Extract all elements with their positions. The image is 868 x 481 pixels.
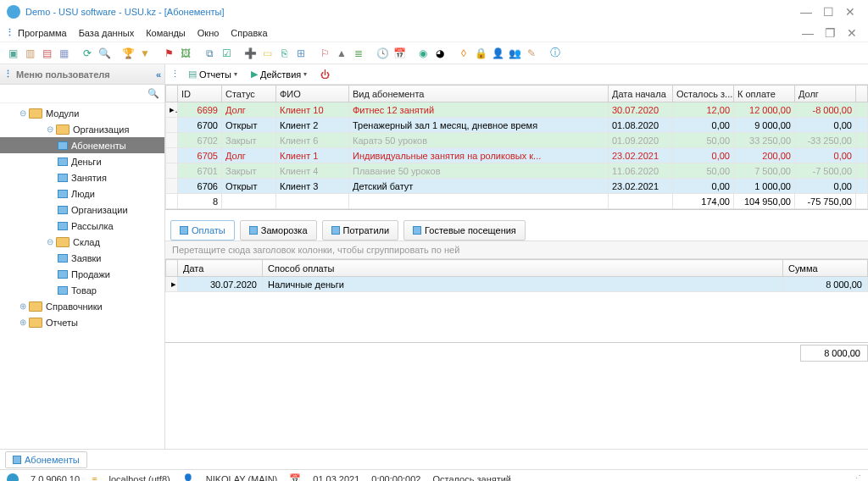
tree-subscriptions[interactable]: Абонементы (0, 137, 164, 153)
toolbar-info-icon[interactable]: ⓘ (548, 46, 563, 61)
doctab-subscriptions[interactable]: Абонементы (5, 451, 87, 468)
ctoolbar-grip-icon: ⋮ (170, 69, 180, 80)
tab-guest[interactable]: Гостевые посещения (403, 220, 526, 240)
status-host: localhost (utf8) (109, 474, 170, 482)
close-button[interactable]: ✕ (839, 4, 861, 19)
status-extra: Осталось занятий (432, 474, 511, 482)
item-icon (58, 190, 68, 198)
menu-database[interactable]: База данных (79, 28, 135, 38)
toolbar-btn-4[interactable]: ▦ (56, 46, 71, 61)
tree-lessons[interactable]: Занятия (0, 169, 164, 185)
tab-icon (180, 226, 188, 235)
toolbar-note-icon[interactable]: ▭ (259, 46, 275, 61)
toolbar-btn-3[interactable]: ▤ (39, 46, 54, 61)
item-icon (58, 286, 68, 295)
toolbar-filter-icon[interactable]: ▼ (137, 46, 153, 61)
tree-goods[interactable]: Товар (0, 282, 164, 298)
payments-grid[interactable]: Дата Способ оплаты Сумма ▸ 30.07.2020 На… (165, 259, 868, 363)
tab-icon (413, 226, 421, 235)
mdi-restore-button[interactable]: ❐ (819, 25, 841, 41)
item-icon (58, 141, 68, 150)
grid-row[interactable]: 6701ЗакрытКлиент 4Плавание 50 уроков11.0… (166, 163, 868, 179)
toolbar-rss-icon[interactable]: ◊ (456, 46, 471, 61)
tree-warehouse[interactable]: ⊖Склад (0, 234, 164, 250)
toolbar-key-icon[interactable]: ✎ (524, 46, 539, 61)
reports-button[interactable]: ▤Отчеты▾ (183, 66, 242, 83)
tree-reports[interactable]: ⊕Отчеты (0, 314, 164, 330)
menu-window[interactable]: Окно (198, 28, 220, 38)
col-type: Вид абонемента (349, 86, 609, 102)
grid-row[interactable]: 6702ЗакрытКлиент 6Каратэ 50 уроков01.09.… (166, 133, 868, 148)
toolbar-color-icon[interactable]: ◕ (432, 46, 448, 61)
sidebar-grip-icon: ⋮ (3, 69, 13, 80)
toolbar-add-icon[interactable]: ➕ (242, 46, 258, 61)
tree-requests[interactable]: Заявки (0, 250, 164, 266)
main-grid[interactable]: ID Статус ФИО Вид абонемента Дата начала… (165, 85, 868, 210)
folder-icon (29, 108, 42, 119)
col-left: Осталось з... (673, 86, 734, 102)
sidebar-chevron-icon[interactable]: « (156, 69, 161, 80)
tab-payments[interactable]: Оплаты (170, 220, 235, 240)
toolbar-users-icon[interactable]: 👥 (507, 46, 522, 61)
toolbar-calendar-icon[interactable]: 📅 (392, 46, 407, 61)
menu-help[interactable]: Справка (231, 28, 267, 38)
tree-organizations[interactable]: Организации (0, 202, 164, 218)
toolbar-btn-x[interactable]: ⊞ (293, 46, 309, 61)
tree-directories[interactable]: ⊕Справочники (0, 298, 164, 314)
grid-row[interactable]: 6705ДолгКлиент 1Индивидуальные занятия н… (166, 148, 868, 163)
content-area: ⋮ ▤Отчеты▾ ▶Действия▾ ⏻ ID Статус ФИО Ви… (165, 64, 868, 449)
subcol-sum: Сумма (783, 260, 868, 277)
subgrid-row[interactable]: ▸ 30.07.2020 Наличные деньги 8 000,00 (166, 277, 868, 292)
group-hint[interactable]: Перетащите сюда заголовок колонки, чтобы… (165, 240, 868, 259)
toolbar-trophy-icon[interactable]: 🏆 (120, 46, 136, 61)
cell-method: Наличные деньги (263, 277, 783, 292)
menu-program[interactable]: Программа (18, 28, 67, 38)
tree-mailing[interactable]: Рассылка (0, 218, 164, 234)
toolbar-search-icon[interactable]: 🔍 (97, 46, 112, 61)
mdi-close-button[interactable]: ✕ (841, 25, 863, 41)
power-button[interactable]: ⏻ (315, 66, 335, 83)
toolbar-check-icon[interactable]: ☑ (219, 46, 234, 61)
grid-row[interactable]: ▸6699ДолгКлиент 10Фитнес 12 занятий30.07… (166, 102, 868, 118)
toolbar-btn-2[interactable]: ▥ (22, 46, 37, 61)
toolbar-flag-icon[interactable]: ⚑ (161, 46, 176, 61)
item-icon (58, 158, 68, 166)
resize-grip-icon[interactable]: ⋰ (852, 473, 861, 481)
toolbar-flag2-icon[interactable]: ⚐ (317, 46, 332, 61)
mdi-minimize-button[interactable]: — (797, 25, 819, 41)
toolbar-refresh-icon[interactable]: ⟳ (80, 46, 95, 61)
grid-header-row[interactable]: ID Статус ФИО Вид абонемента Дата начала… (166, 86, 868, 102)
subgrid-footer-sum: 8 000,00 (800, 345, 868, 362)
sidebar-search[interactable]: 🔍 (0, 85, 164, 103)
toolbar-layers-icon[interactable]: ≣ (351, 46, 366, 61)
col-fio: ФИО (276, 86, 349, 102)
grid-row[interactable]: 6706ОткрытКлиент 3Детский батут23.02.202… (166, 179, 868, 194)
sidebar-title: Меню пользователя (16, 69, 110, 80)
sidebar: ⋮ Меню пользователя « 🔍 ⊖Модули ⊖Организ… (0, 64, 165, 449)
toolbar-shape-icon[interactable]: ▲ (334, 46, 349, 61)
cell-sum: 8 000,00 (783, 277, 868, 292)
tree-sales[interactable]: Продажи (0, 266, 164, 282)
tree-modules[interactable]: ⊖Модули (0, 105, 164, 121)
toolbar-lock-icon[interactable]: 🔒 (473, 46, 488, 61)
toolbar-image-icon[interactable]: 🖼 (178, 46, 193, 61)
toolbar-export-icon[interactable]: ⎘ (276, 46, 292, 61)
tab-freeze[interactable]: Заморозка (240, 220, 317, 240)
tree-money[interactable]: Деньги (0, 153, 164, 169)
toolbar-form-icon[interactable]: ⧉ (202, 46, 217, 61)
tree-organization[interactable]: ⊖Организация (0, 121, 164, 137)
menu-commands[interactable]: Команды (146, 28, 186, 38)
toolbar-clock-icon[interactable]: 🕓 (375, 46, 390, 61)
actions-button[interactable]: ▶Действия▾ (246, 66, 312, 83)
tab-icon (331, 226, 340, 235)
tree-people[interactable]: Люди (0, 185, 164, 202)
grid-footer-row: 8 174,00 104 950,00 -75 750,00 (166, 194, 868, 209)
tab-spent[interactable]: Потратили (322, 220, 399, 240)
grid-row[interactable]: 6700ОткрытКлиент 2Тренажерный зал 1 меся… (166, 118, 868, 133)
minimize-button[interactable]: — (795, 4, 817, 19)
toolbar-btn-1[interactable]: ▣ (5, 46, 20, 61)
subgrid-header-row[interactable]: Дата Способ оплаты Сумма (166, 260, 868, 277)
maximize-button[interactable]: ☐ (817, 4, 839, 19)
toolbar-world-icon[interactable]: ◉ (415, 46, 431, 61)
toolbar-user-icon[interactable]: 👤 (490, 46, 505, 61)
